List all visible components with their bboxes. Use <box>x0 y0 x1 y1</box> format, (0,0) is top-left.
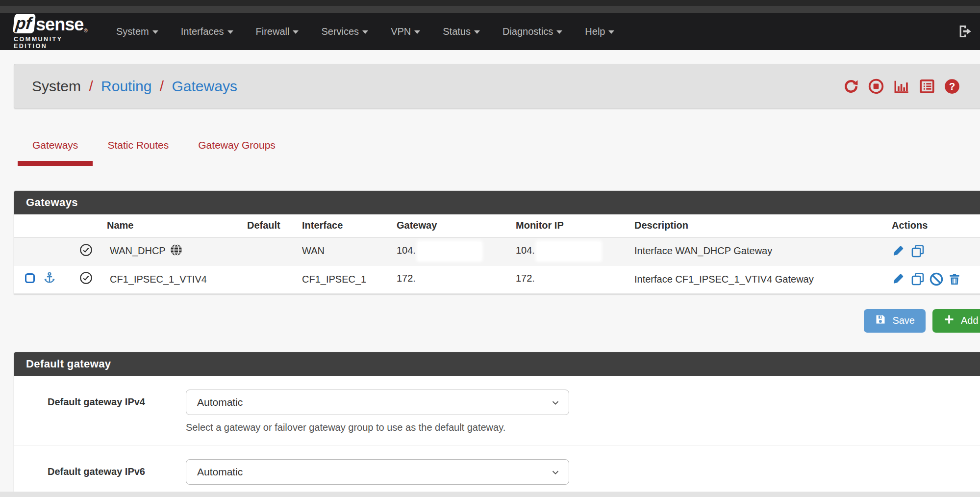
table-row-cf1-ipsec: CF1_IPSEC_1_VTIV4 CF1_IPSEC_1 172. 172. … <box>14 265 980 293</box>
checkbox-icon[interactable] <box>24 272 36 287</box>
col-description: Description <box>634 214 892 237</box>
default-gateway-ipv4-select[interactable]: Automatic <box>186 390 569 415</box>
interface-cell: CF1_IPSEC_1 <box>302 265 397 293</box>
copy-icon[interactable] <box>910 244 925 259</box>
caret-down-icon <box>227 30 233 34</box>
table-action-buttons: Save Add <box>14 309 980 333</box>
add-button[interactable]: Add <box>932 309 980 333</box>
breadcrumb-separator: / <box>156 78 168 94</box>
sign-out-icon[interactable] <box>957 24 973 41</box>
interface-cell: WAN <box>302 237 397 265</box>
name-cell: WAN_DHCP <box>107 237 247 265</box>
page-header-bar: System / Routing / Gateways ? <box>14 64 980 109</box>
col-actions: Actions <box>892 214 980 237</box>
tab-gateway-groups[interactable]: Gateway Groups <box>183 132 290 166</box>
gateways-table: Name Default Interface Gateway Monitor I… <box>14 214 980 294</box>
gateways-panel: Gateways Name Default Interface Gateway … <box>14 190 980 294</box>
default-gateway-ipv4-label: Default gateway IPv4 <box>48 390 186 433</box>
status-cell <box>76 265 107 293</box>
breadcrumb-system: System <box>32 78 81 94</box>
panel-title: Default gateway <box>14 358 111 370</box>
gateway-name: CF1_IPSEC_1_VTIV4 <box>110 274 207 285</box>
col-select <box>14 214 76 237</box>
navbar-top-strip <box>0 6 980 13</box>
redacted-value <box>418 270 481 288</box>
breadcrumb: System / Routing / Gateways <box>32 78 237 95</box>
help-circle-icon[interactable]: ? <box>944 78 960 95</box>
stop-circle-icon[interactable] <box>868 78 884 95</box>
check-circle-icon <box>79 248 93 259</box>
col-status <box>76 214 107 237</box>
menu-firewall[interactable]: Firewall <box>245 19 310 44</box>
pencil-edit-icon[interactable] <box>892 272 906 287</box>
table-header-row: Name Default Interface Gateway Monitor I… <box>14 214 980 237</box>
col-gateway: Gateway <box>397 214 516 237</box>
tab-gateways[interactable]: Gateways <box>18 132 93 166</box>
default-cell <box>247 237 302 265</box>
gateway-cell: 104. <box>397 237 516 265</box>
caret-down-icon <box>414 30 420 34</box>
form-row-ipv6: Default gateway IPv6 Automatic Select a … <box>14 445 980 497</box>
caret-down-icon <box>474 30 480 34</box>
help-text: Select a gateway or failover gateway gro… <box>186 422 569 433</box>
breadcrumb-routing-link[interactable]: Routing <box>101 78 151 94</box>
gateways-panel-header: Gateways <box>14 191 980 214</box>
col-monitor-ip: Monitor IP <box>516 214 634 237</box>
chevron-down-icon <box>550 467 561 480</box>
actions-cell <box>892 237 980 265</box>
redacted-value <box>418 242 481 261</box>
form-row-ipv4: Default gateway IPv4 Automatic Select a … <box>14 376 980 445</box>
logo-edition: COMMUNITY EDITION <box>14 36 97 50</box>
save-button[interactable]: Save <box>864 309 926 333</box>
menu-diagnostics[interactable]: Diagnostics <box>491 19 574 44</box>
status-cell <box>76 237 107 265</box>
breadcrumb-gateways-link[interactable]: Gateways <box>172 78 237 94</box>
description-cell: Interface WAN_DHCP Gateway <box>634 237 892 265</box>
floppy-save-icon <box>875 314 886 328</box>
table-row-wan-dhcp: WAN_DHCP WAN 104. 104. Interface WAN_DHC… <box>14 237 980 265</box>
default-gateway-panel: Default gateway Default gateway IPv4 Aut… <box>14 352 980 497</box>
bar-chart-icon[interactable] <box>893 78 910 95</box>
refresh-icon[interactable] <box>843 78 859 95</box>
col-name: Name <box>107 214 247 237</box>
bottom-strip <box>0 492 980 497</box>
redacted-value <box>537 242 601 261</box>
default-gateway-panel-header: Default gateway <box>14 352 980 376</box>
globe-icon <box>170 243 183 259</box>
caret-down-icon <box>293 30 299 34</box>
menu-system[interactable]: System <box>105 19 170 44</box>
pencil-edit-icon[interactable] <box>892 244 906 259</box>
actions-cell <box>892 265 980 293</box>
copy-icon[interactable] <box>910 272 925 287</box>
pfsense-logo[interactable]: pf sense ® COMMUNITY EDITION <box>14 14 97 50</box>
menu-status[interactable]: Status <box>431 19 491 44</box>
menu-help[interactable]: Help <box>574 19 626 44</box>
plus-add-icon <box>943 314 955 328</box>
svg-text:?: ? <box>949 80 955 92</box>
menu-vpn[interactable]: VPN <box>379 19 431 44</box>
logo-registered-mark: ® <box>84 28 87 33</box>
gateway-cell: 172. <box>397 265 516 293</box>
anchor-icon[interactable] <box>43 271 56 288</box>
menu-services[interactable]: Services <box>310 19 379 44</box>
default-gateway-ipv6-select[interactable]: Automatic <box>186 459 569 485</box>
log-list-icon[interactable] <box>919 78 935 95</box>
tab-bar: Gateways Static Routes Gateway Groups <box>14 132 980 166</box>
trash-delete-icon[interactable] <box>948 272 961 287</box>
tab-static-routes[interactable]: Static Routes <box>93 132 183 166</box>
redacted-value <box>537 270 601 288</box>
breadcrumb-separator: / <box>85 78 97 94</box>
gateway-name: WAN_DHCP <box>110 245 166 257</box>
description-cell: Interface CF1_IPSEC_1_VTIV4 Gateway <box>634 265 892 293</box>
caret-down-icon <box>556 30 562 34</box>
logo-sense: sense <box>36 16 83 33</box>
menu-interfaces[interactable]: Interfaces <box>170 19 245 44</box>
selected-value: Automatic <box>197 396 243 408</box>
monitor-ip-cell: 172. <box>516 265 634 293</box>
caret-down-icon <box>608 30 614 34</box>
chevron-down-icon <box>550 397 561 411</box>
page-content: System / Routing / Gateways ? Gat <box>14 64 980 497</box>
ban-disable-icon[interactable] <box>929 272 944 287</box>
monitor-ip-cell: 104. <box>516 237 634 265</box>
select-cell <box>14 237 76 265</box>
